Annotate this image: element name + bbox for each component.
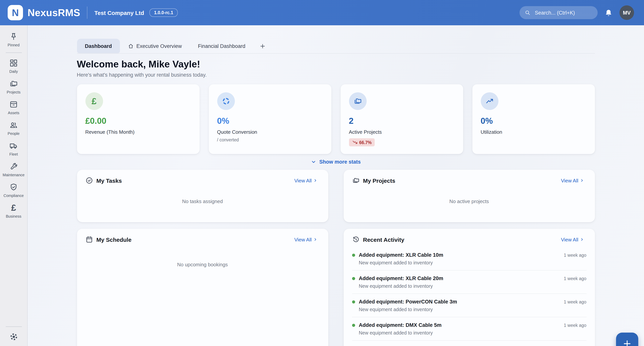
- gear-icon: [9, 332, 18, 342]
- stat-card-active-projects: 2 Active Projects 66.7%: [340, 84, 463, 154]
- plus-icon: [622, 339, 632, 346]
- activity-time: 1 week ago: [564, 300, 586, 304]
- activity-item[interactable]: Added equipment: DMX Cable 5m 1 week ago…: [352, 317, 586, 341]
- global-search[interactable]: [520, 6, 598, 19]
- search-icon: [524, 10, 530, 16]
- loader-ring-icon: [217, 92, 235, 110]
- my-schedule-card: My Schedule View All No upcoming booking…: [77, 229, 328, 346]
- folders-icon: [349, 92, 366, 110]
- my-projects-title: My Projects: [352, 177, 395, 184]
- recent-activity-title: Recent Activity: [352, 236, 404, 243]
- sidebar-item-label: Projects: [7, 90, 20, 94]
- settings-button[interactable]: [9, 330, 18, 342]
- version-badge: 1.0.0-rc.1: [150, 8, 178, 17]
- sidebar-footer: [0, 324, 27, 346]
- shield-check-icon: [9, 183, 18, 192]
- status-dot: [352, 300, 355, 303]
- tab-dashboard[interactable]: Dashboard: [77, 39, 120, 53]
- sidebar-item-label: Pinned: [8, 43, 20, 47]
- activity-item[interactable]: Added equipment: PowerCON Cable 3m 1 wee…: [352, 294, 586, 317]
- sidebar-item-assets[interactable]: Assets: [1, 97, 26, 118]
- status-dot: [352, 254, 355, 256]
- create-new-fab[interactable]: [616, 332, 638, 346]
- calendar-icon: [85, 236, 93, 243]
- app-window: N NexusRMS Test Company Ltd 1.0.0-rc.1: [0, 0, 644, 346]
- activity-subtitle: New equipment added to inventory: [359, 330, 586, 336]
- tab-label: Financial Dashboard: [198, 43, 246, 49]
- chevron-right-icon: [580, 237, 584, 242]
- top-header: N NexusRMS Test Company Ltd 1.0.0-rc.1: [0, 0, 644, 25]
- folders-icon: [352, 177, 360, 184]
- sidebar-item-maintenance[interactable]: Maintenance: [1, 160, 26, 180]
- my-projects-card: My Projects View All No active projects: [344, 170, 595, 222]
- sidebar-item-label: Fleet: [10, 152, 18, 156]
- stat-card-quote-conversion: 0% Quote Conversion / converted: [208, 84, 331, 154]
- activity-time: 1 week ago: [564, 253, 586, 257]
- user-avatar[interactable]: MV: [620, 5, 634, 20]
- activity-subtitle: New equipment added to inventory: [359, 284, 586, 289]
- brand-name: NexusRMS: [28, 7, 80, 18]
- activity-title: Added equipment: XLR Cable 20m: [359, 276, 443, 281]
- dashboard-icon: [9, 58, 18, 68]
- trending-down-icon: [352, 140, 358, 145]
- trend-value: 66.7%: [359, 140, 372, 145]
- activity-title: Added equipment: DMX Cable 5m: [359, 322, 442, 328]
- pound-icon: £: [11, 204, 16, 212]
- activity-item[interactable]: Added equipment: XLR Cable 20m 1 week ag…: [352, 270, 586, 294]
- archive-box-icon: [9, 100, 18, 109]
- projects-empty-state: No active projects: [352, 198, 586, 204]
- tab-financial-dashboard[interactable]: Financial Dashboard: [190, 39, 254, 53]
- tab-executive-overview[interactable]: Executive Overview: [120, 39, 190, 53]
- activity-item[interactable]: Added equipment: XLR Cable 10m 1 week ag…: [352, 247, 586, 270]
- history-icon: [352, 236, 360, 243]
- search-input[interactable]: [534, 10, 593, 16]
- trend-down-badge: 66.7%: [349, 138, 375, 146]
- wrench-icon: [9, 162, 18, 171]
- sidebar-item-label: Compliance: [4, 194, 24, 198]
- dashboard-tabbar: Dashboard Executive Overview Financial D…: [77, 39, 595, 54]
- show-more-label: Show more stats: [319, 159, 361, 165]
- sidebar-item-fleet[interactable]: Fleet: [1, 139, 26, 160]
- bell-icon: [604, 8, 612, 17]
- stat-label: Quote Conversion: [217, 129, 323, 135]
- activity-view-all-link[interactable]: View All: [558, 236, 586, 243]
- sidebar-item-business[interactable]: £ Business: [1, 201, 26, 222]
- sidebar-divider: [6, 326, 22, 327]
- brand-group: N NexusRMS Test Company Ltd 1.0.0-rc.1: [8, 5, 178, 20]
- company-name: Test Company Ltd: [94, 10, 144, 16]
- my-schedule-title: My Schedule: [85, 236, 132, 243]
- tab-label: Dashboard: [85, 43, 112, 49]
- stat-sublabel: / converted: [217, 138, 323, 142]
- notifications-button[interactable]: [604, 8, 612, 17]
- activity-subtitle: New equipment added to inventory: [359, 307, 586, 312]
- page-subtitle: Here's what's happening with your rental…: [77, 72, 595, 78]
- chevron-right-icon: [313, 237, 318, 242]
- pound-icon: £: [85, 92, 103, 110]
- tasks-view-all-link[interactable]: View All: [292, 177, 320, 184]
- chevron-down-icon: [311, 159, 317, 165]
- home-icon: [128, 43, 134, 49]
- avatar-initials: MV: [623, 10, 631, 16]
- activity-title: Added equipment: XLR Cable 10m: [359, 252, 443, 258]
- stat-card-utilization: 0% Utilization: [472, 84, 595, 154]
- stat-card-revenue: £ £0.00 Revenue (This Month): [77, 84, 200, 154]
- stat-value: 0%: [217, 116, 323, 126]
- projects-view-all-link[interactable]: View All: [558, 177, 586, 184]
- main-content: Dashboard Executive Overview Financial D…: [28, 25, 644, 346]
- sidebar-item-compliance[interactable]: Compliance: [1, 180, 26, 201]
- show-more-stats-button[interactable]: Show more stats: [77, 159, 595, 165]
- sidebar-item-projects[interactable]: Projects: [1, 77, 26, 97]
- stat-label: Utilization: [480, 129, 586, 135]
- people-icon: [9, 121, 18, 130]
- stat-label: Active Projects: [349, 129, 454, 135]
- my-tasks-title: My Tasks: [85, 177, 122, 184]
- add-tab-button[interactable]: [256, 39, 269, 53]
- schedule-view-all-link[interactable]: View All: [292, 236, 320, 243]
- tasks-projects-row: My Tasks View All No tasks assigned: [77, 170, 595, 222]
- header-divider: [87, 6, 88, 19]
- sidebar-item-pinned[interactable]: Pinned: [1, 30, 26, 50]
- check-circle-icon: [85, 177, 93, 184]
- chevron-right-icon: [580, 178, 584, 183]
- sidebar-item-daily[interactable]: Daily: [1, 56, 26, 77]
- sidebar-item-people[interactable]: People: [1, 118, 26, 139]
